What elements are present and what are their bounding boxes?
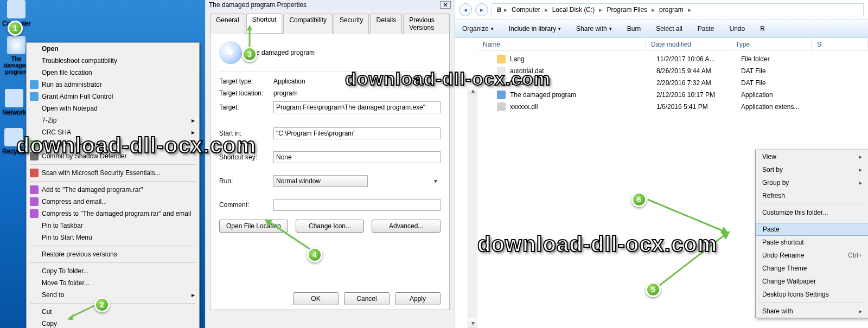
menu-item[interactable]: Customize this folder... [756, 206, 868, 219]
file-row[interactable]: The damaged program2/12/2016 10:17 PMApp… [477, 89, 868, 101]
breadcrumb-seg[interactable]: program [657, 5, 686, 15]
toolbar-share-with[interactable]: Share with▾ [576, 25, 612, 33]
tab-details[interactable]: Details [370, 14, 402, 34]
menu-item[interactable]: View▸ [756, 150, 868, 163]
menu-item[interactable]: Troubleshoot compatibility [27, 55, 199, 67]
step-badge-3: 3 [242, 47, 257, 62]
menu-item[interactable]: Copy To folder... [27, 265, 199, 277]
nav-row: ◂ ▸ 🖥▸Computer▸Local Disk (C:)▸Program F… [455, 0, 868, 20]
tab-general[interactable]: General [210, 14, 245, 34]
col-type[interactable]: Type [730, 38, 812, 50]
explorer-toolbar: Organize▾Include in library▾Share with▾B… [455, 20, 868, 38]
dialog-body: The damaged program Target type:Applicat… [210, 34, 450, 310]
menu-item[interactable]: Group by▸ [756, 176, 868, 189]
nav-pane [455, 76, 468, 328]
desktop-icon-recycle[interactable]: Recycle [2, 128, 25, 155]
menu-item[interactable]: Scan with Microsoft Security Essentials.… [27, 167, 199, 179]
breadcrumb-seg[interactable]: Program Files [604, 5, 649, 15]
menu-item[interactable]: Open file location [27, 67, 199, 79]
menu-item[interactable]: Pin to Start Menu [27, 231, 199, 243]
target-input[interactable] [273, 101, 441, 113]
target-label: Target: [219, 104, 273, 111]
menu-item[interactable]: 7-Zip▸ [27, 114, 199, 126]
forward-button[interactable]: ▸ [475, 3, 488, 16]
start-in-label: Start in: [219, 130, 273, 137]
program-icon [219, 41, 242, 64]
menu-item[interactable]: Move To folder... [27, 277, 199, 289]
svg-marker-3 [247, 25, 252, 30]
step-badge-4: 4 [307, 247, 322, 262]
step-badge-5: 5 [646, 282, 661, 297]
menu-item[interactable]: Paste [756, 223, 868, 236]
context-menu-shortcut: OpenTroubleshoot compatibilityOpen file … [26, 42, 200, 328]
menu-item[interactable]: Add to "The damaged program.rar" [27, 184, 199, 196]
menu-item[interactable]: Commit by Shadow Defender [27, 150, 199, 162]
column-headers[interactable]: Name Date modified Type S [477, 38, 868, 51]
menu-item[interactable]: Open with Notepad [27, 102, 199, 114]
menu-item[interactable]: Refresh [756, 189, 868, 202]
toolbar-r[interactable]: R [760, 25, 765, 33]
menu-item[interactable]: Compress and email... [27, 196, 199, 208]
col-date[interactable]: Date modified [646, 38, 730, 50]
back-button[interactable]: ◂ [459, 3, 472, 16]
menu-item[interactable]: Undo RenameCtrl+ [756, 249, 868, 262]
scrollbar-nav[interactable]: ▴▾ [468, 86, 477, 328]
run-select[interactable] [273, 175, 368, 187]
tab-compatibility[interactable]: Compatibility [283, 14, 333, 34]
ok-button[interactable]: OK [293, 292, 339, 305]
shortcut-key-label: Shortcut key: [219, 153, 273, 161]
dialog-titlebar: The damaged program Properties ✕ [206, 0, 454, 10]
toolbar-organize[interactable]: Organize▾ [462, 25, 494, 33]
step-badge-2: 2 [94, 297, 110, 312]
svg-line-4 [268, 221, 310, 249]
breadcrumb[interactable]: 🖥▸Computer▸Local Disk (C:)▸Program Files… [492, 3, 864, 16]
menu-item[interactable]: Run as administrator [27, 79, 199, 91]
program-name: The damaged program [248, 49, 315, 56]
comment-input[interactable] [273, 199, 441, 211]
menu-item[interactable]: Open [27, 43, 199, 55]
menu-item[interactable]: Change Theme [756, 262, 868, 275]
menu-item[interactable]: Grant Admin Full Control [27, 91, 199, 102]
menu-item[interactable]: Paste shortcut [756, 236, 868, 249]
col-name[interactable]: Name [477, 38, 646, 50]
breadcrumb-seg[interactable]: Local Disk (C:) [550, 5, 597, 15]
tab-security[interactable]: Security [334, 14, 369, 34]
file-row[interactable]: autotrial.dat8/26/2015 9:44 AMDAT File [477, 65, 868, 77]
advanced-button[interactable]: Advanced... [372, 220, 441, 233]
desktop-pane: Computer The damaged program Network Rec… [0, 0, 205, 328]
file-row[interactable]: Lang11/2/2017 10:06 A...File folder [477, 53, 868, 65]
svg-line-0 [71, 304, 98, 317]
shortcut-key-input[interactable] [273, 151, 441, 163]
menu-item[interactable]: Pin to Taskbar [27, 220, 199, 231]
start-in-input[interactable] [273, 127, 441, 139]
menu-item[interactable]: Copy [27, 318, 199, 328]
toolbar-include-in-library[interactable]: Include in library▾ [509, 25, 561, 33]
menu-item[interactable]: Share with▸ [756, 305, 868, 318]
menu-item[interactable]: Send to▸ [27, 289, 199, 301]
apply-button[interactable]: Apply [395, 292, 441, 305]
target-type-label: Target type: [219, 78, 273, 85]
menu-item[interactable]: Change Wallpaper [756, 275, 868, 288]
menu-item[interactable]: Edit with Notepad++ [27, 138, 199, 150]
menu-item[interactable]: Cut [27, 306, 199, 318]
menu-item[interactable]: Restore previous versions [27, 248, 199, 260]
toolbar-paste[interactable]: Paste [698, 25, 714, 33]
file-list: Lang11/2/2017 10:06 A...File folderautot… [477, 51, 868, 115]
tab-previous-versions[interactable]: Previous Versions [403, 14, 450, 34]
toolbar-select-all[interactable]: Select all [656, 25, 682, 33]
toolbar-undo[interactable]: Undo [730, 25, 745, 33]
file-row[interactable]: xxxxxx.dll1/6/2016 5:41 PMApplication ex… [477, 101, 868, 113]
close-icon[interactable]: ✕ [440, 1, 451, 9]
dialog-title: The damaged program Properties [209, 1, 307, 9]
menu-item[interactable]: Desktop Icons Settings [756, 288, 868, 301]
breadcrumb-seg[interactable]: Computer [509, 5, 542, 15]
file-row[interactable]: file.dat2/29/2016 7:32 AMDAT File [477, 77, 868, 89]
menu-item[interactable]: CRC SHA▸ [27, 126, 199, 138]
col-size[interactable]: S [812, 38, 868, 50]
menu-item[interactable]: Compress to "The damaged program.rar" an… [27, 208, 199, 220]
toolbar-burn[interactable]: Burn [627, 25, 641, 33]
desktop-icon-network[interactable]: Network [2, 89, 26, 116]
comment-label: Comment: [219, 201, 273, 209]
menu-item[interactable]: Sort by▸ [756, 163, 868, 176]
cancel-button[interactable]: Cancel [344, 292, 390, 305]
